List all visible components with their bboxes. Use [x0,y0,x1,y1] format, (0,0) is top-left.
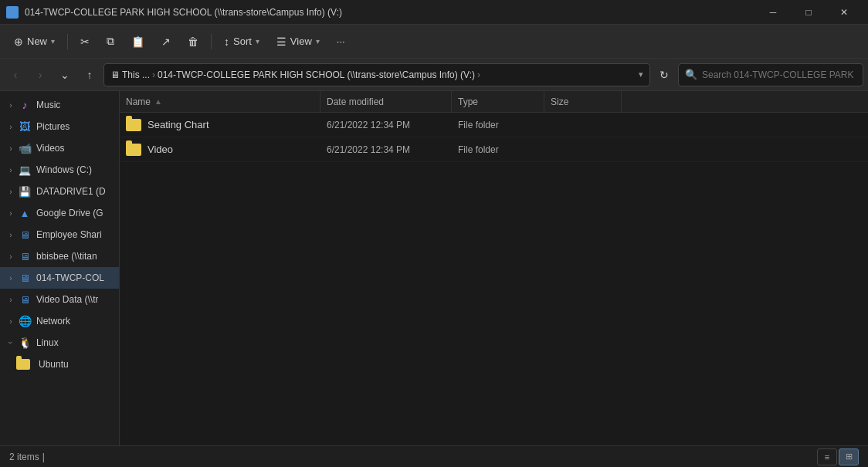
item-count: 2 items [9,452,39,462]
sort-icon: ↕ [224,36,229,48]
sidebar-item-label: Network [36,316,70,327]
copy-button[interactable]: ⧉ [99,29,122,55]
ubuntu-folder-icon [15,357,31,372]
expand-arrow: › [5,185,17,198]
file-name-cell: Video [120,144,320,156]
bbisbee-icon: 🖥 [17,249,32,264]
pictures-icon: 🖼 [17,119,32,134]
col-type[interactable]: Type [452,91,544,112]
search-box[interactable]: 🔍 [678,63,863,86]
forward-button[interactable]: › [29,64,51,86]
sort-chevron: ▾ [256,37,259,46]
delete-icon: 🗑 [188,36,198,48]
expand-arrow: › [5,228,17,241]
cut-button[interactable]: ✂ [73,29,97,55]
paste-icon: 📋 [131,36,144,48]
share-button[interactable]: ↗ [154,29,178,55]
title-bar-left: 014-TWCP-COLLEGE PARK HIGH SCHOOL (\\tra… [6,6,342,19]
sidebar-item-label: bbisbee (\\titan [36,251,97,262]
close-button[interactable]: ✕ [826,0,862,25]
sidebar-item-label: Linux [36,337,59,348]
col-date[interactable]: Date modified [320,91,452,112]
more-icon: ··· [337,36,345,47]
sidebar-item-ubuntu[interactable]: Ubuntu [0,354,119,375]
sidebar-item-videos[interactable]: › 📹 Videos [0,137,119,159]
table-row[interactable]: Seating Chart 6/21/2022 12:34 PM File fo… [120,113,868,137]
window-controls: ─ □ ✕ [755,0,862,25]
sidebar-item-employee-shar[interactable]: › 🖥 Employee Shari [0,224,119,245]
sidebar-item-bbisbee[interactable]: › 🖥 bbisbee (\\titan [0,245,119,267]
table-row[interactable]: Video 6/21/2022 12:34 PM File folder [120,137,868,162]
view-button[interactable]: ☰ View ▾ [269,29,327,55]
up-down-button[interactable]: ⌄ [54,64,76,86]
sort-arrow-icon: ▲ [154,97,162,106]
sidebar-item-network[interactable]: › 🌐 Network [0,310,119,332]
sidebar-item-linux[interactable]: › 🐧 Linux [0,332,119,354]
sidebar-item-google-drive[interactable]: › ▲ Google Drive (G [0,202,119,224]
sidebar: › ♪ Music › 🖼 Pictures › 📹 Videos › 💻 Wi… [0,91,120,445]
search-icon: 🔍 [685,69,697,80]
file-date-cell: 6/21/2022 12:34 PM [320,144,452,155]
sidebar-item-video-data[interactable]: › 🖥 Video Data (\\tr [0,289,119,310]
search-input[interactable] [702,69,856,80]
network-icon: 🌐 [17,313,32,329]
sidebar-item-label: 014-TWCP-COL [36,272,104,283]
refresh-button[interactable]: ↻ [653,64,675,86]
minimize-button[interactable]: ─ [755,0,791,25]
view-icon: ☰ [276,36,287,48]
app-icon [6,6,19,19]
sidebar-item-label: Videos [36,143,64,154]
videos-icon: 📹 [17,140,32,156]
sidebar-item-label: Ubuntu [39,359,69,370]
file-name-cell: Seating Chart [120,119,320,131]
sidebar-item-label: Windows (C:) [36,164,92,175]
014-twcp-icon: 🖥 [17,270,32,286]
sidebar-item-windows-c[interactable]: › 💻 Windows (C:) [0,159,119,181]
grid-view-button[interactable]: ⊞ [839,448,859,465]
sidebar-item-pictures[interactable]: › 🖼 Pictures [0,116,119,137]
sidebar-item-label: Music [36,100,60,110]
sort-button[interactable]: ↕ Sort ▾ [216,29,267,55]
address-dropdown-icon[interactable]: ▾ [639,69,643,80]
up-button[interactable]: ↑ [79,64,100,86]
sidebar-item-datadrive1[interactable]: › 💾 DATADRIVE1 (D [0,181,119,202]
maximize-button[interactable]: □ [791,0,826,25]
expand-arrow: › [5,142,17,154]
sidebar-item-label: Pictures [36,121,70,132]
col-type-label: Type [458,96,478,107]
new-button[interactable]: ⊕ New ▾ [6,29,63,55]
new-icon: ⊕ [14,36,23,48]
address-bar[interactable]: 🖥 This ... › 014-TWCP-COLLEGE PARK HIGH … [103,63,650,86]
title-bar: 014-TWCP-COLLEGE PARK HIGH SCHOOL (\\tra… [0,0,868,25]
status-cursor: | [42,452,45,462]
sidebar-item-label: Employee Shari [36,229,102,240]
folder-icon [126,119,141,131]
sidebar-item-label: Video Data (\\tr [36,294,98,305]
list-view-button[interactable]: ≡ [817,448,837,465]
status-bar: 2 items | ≡ ⊞ [0,445,868,467]
file-name-label: Video [147,144,173,155]
windows-drive-icon: 💻 [17,162,32,178]
sidebar-item-014-twcp[interactable]: › 🖥 014-TWCP-COL [0,267,119,289]
expand-arrow: › [5,164,17,176]
paste-button[interactable]: 📋 [124,29,152,55]
expand-arrow: › [5,120,17,133]
sidebar-item-music[interactable]: › ♪ Music [0,94,119,116]
video-data-icon: 🖥 [17,292,32,307]
delete-button[interactable]: 🗑 [180,29,206,55]
sidebar-item-label: Google Drive (G [36,208,103,218]
more-button[interactable]: ··· [329,29,353,55]
expand-arrow: › [5,250,17,262]
address-path: 🖥 This ... › 014-TWCP-COLLEGE PARK HIGH … [110,69,636,80]
expand-arrow: › [5,99,17,111]
col-name[interactable]: Name ▲ [120,91,320,112]
separator-2 [211,34,212,49]
back-button[interactable]: ‹ [5,64,26,86]
view-label: View [290,36,312,47]
sidebar-item-label: DATADRIVE1 (D [36,186,106,197]
path-drive-icon: 🖥 [110,69,120,80]
file-list-header: Name ▲ Date modified Type Size [120,91,868,113]
share-icon: ↗ [161,36,171,48]
google-drive-icon: ▲ [17,205,32,221]
col-size[interactable]: Size [544,91,622,112]
